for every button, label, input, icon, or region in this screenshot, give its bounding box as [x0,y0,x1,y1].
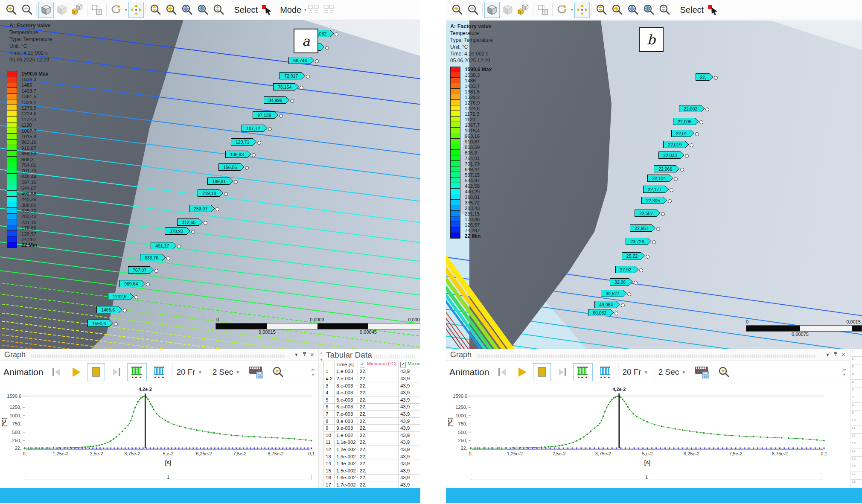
probe-label[interactable]: 84,996 [264,96,289,104]
probe-label[interactable]: 22, [696,73,713,81]
probe-label[interactable]: 123,71 [231,138,256,146]
probe-label[interactable]: 107,72 [242,125,267,132]
time-column-header[interactable]: Time [s] [335,361,358,368]
zoom-in-icon[interactable] [163,2,179,18]
step-first-button[interactable] [495,363,511,381]
history-forward-icon[interactable] [19,2,35,18]
table-row[interactable]: 151,5e-00222,43,9 [324,467,421,474]
probe-label[interactable]: 22,177 [643,186,669,193]
table-row[interactable]: 99,e-00322,43,9 [324,425,421,432]
close-icon[interactable]: ✕ [842,353,845,357]
probe-label[interactable]: 78,154 [273,83,299,90]
probe-label[interactable]: 22,033 [658,151,684,159]
table-row[interactable]: 141,4e-00222,43,9 [324,460,421,467]
probe-label[interactable]: 27,92 [615,266,638,273]
probe-label[interactable]: 138,83 [225,151,251,158]
probe-label[interactable]: 156,55 [218,163,244,171]
probe-label[interactable]: 22,066 [654,165,679,172]
table-row[interactable]: 77,e-00322,43,9 [324,411,421,418]
duration-dropdown[interactable]: 2 Sec▼ [655,363,690,381]
probe-label[interactable]: 22,507 [635,210,660,217]
zoom-fit-icon[interactable] [625,2,641,18]
viewport-layout-icon[interactable] [89,2,105,18]
timeline-time-steps-button[interactable] [596,363,615,381]
timeline-slider[interactable]: 1 [471,474,822,480]
history-back-icon[interactable] [449,2,465,18]
history-forward-icon[interactable] [465,2,481,18]
probe-label[interactable]: 22,005 [673,118,699,125]
viewport-layout-icon[interactable] [535,2,550,18]
timeline-slider[interactable]: 1 [25,474,312,480]
pan-icon[interactable] [574,2,590,18]
probe-label[interactable]: 189,81 [207,178,233,185]
select-cursor-icon[interactable] [260,2,275,18]
probe-label[interactable]: 22,305 [641,197,667,204]
probe-label[interactable]: 1202,6 [108,293,134,300]
section-views-icon[interactable] [70,2,85,18]
rotate-options-caret[interactable]: ▾ [125,8,127,12]
play-button[interactable] [68,363,84,381]
probe-label[interactable]: 39,527 [601,290,626,297]
maximum-column-header[interactable]: ✓Maximum [°C] [398,361,420,368]
probe-label[interactable]: 1590,6 [87,320,113,327]
shaded-view-icon[interactable] [500,2,515,18]
mode-caret-icon[interactable]: ▾ [304,8,306,12]
stop-button[interactable] [87,363,105,381]
select-label[interactable]: Select [680,5,704,15]
iso-view-icon[interactable] [38,2,54,18]
zoom-animation-button[interactable] [716,363,732,381]
probe-label[interactable]: 22,01 [671,130,694,137]
frames-dropdown[interactable]: 20 Fr▼ [172,363,205,381]
probe-label[interactable]: 22,019 [663,141,689,148]
viewport-3d[interactable]: A: Factory valveTemperatureType: Tempera… [446,20,862,349]
probe-label[interactable]: 491,17 [151,242,176,249]
history-back-icon[interactable] [3,2,19,18]
collapse-arrow-icon[interactable]: ▼ [294,353,299,357]
probe-label[interactable]: 219,18 [198,189,223,197]
rotate-icon[interactable] [554,2,570,18]
select-cursor-icon[interactable] [706,2,721,18]
checkbox-checked-icon[interactable]: ✓ [400,362,406,367]
table-row[interactable]: 171,7e-00222,43,9 [324,481,421,488]
table-row[interactable]: 131,3e-00222,43,9 [324,453,421,460]
timeline-time-steps-button[interactable] [150,363,169,381]
pin-icon[interactable] [303,352,306,358]
toolbar-overflow-chevrons[interactable]: ≫▾ [311,368,315,377]
select-label[interactable]: Select [234,5,258,15]
table-row[interactable]: 111,1e-00222,43,9 [324,439,421,446]
zoom-capture-icon[interactable] [641,2,656,18]
section-views-icon[interactable] [516,2,531,18]
zoom-capture-icon[interactable] [195,2,210,18]
step-first-button[interactable] [49,363,65,381]
rotate-icon[interactable] [108,2,124,18]
probe-label[interactable]: 97,139 [253,111,278,119]
play-button[interactable] [514,363,530,381]
zoom-extents2-icon[interactable] [657,2,672,18]
probe-label[interactable]: 1466,6 [96,306,122,313]
probe-label[interactable]: 378,92 [165,227,190,235]
probe-label[interactable]: 49,964 [594,301,620,308]
rotate-options-caret[interactable]: ▾ [571,8,573,12]
duration-dropdown[interactable]: 2 Sec▼ [209,363,244,381]
zoom-animation-button[interactable] [270,363,286,381]
step-last-button[interactable] [108,363,124,381]
export-video-button[interactable] [246,363,267,381]
zoom-extents-icon[interactable] [594,2,609,18]
collapse-arrow-icon[interactable]: ▼ [825,353,830,357]
checkbox-checked-icon[interactable]: ✓ [360,362,365,367]
zoom-extents-icon[interactable] [148,2,163,18]
table-row[interactable]: 121,2e-00222,43,9 [324,446,421,453]
export-video-button[interactable] [692,363,713,381]
frames-dropdown[interactable]: 20 Fr▼ [618,363,651,381]
iso-view-icon[interactable] [484,2,500,18]
mode-label[interactable]: Mode [280,5,301,15]
table-row[interactable]: 88,e-00322,43,9 [324,417,421,425]
pan-icon[interactable] [128,2,144,18]
table-row[interactable]: ►22,e-00322,43,9 [324,375,421,382]
shaded-view-icon[interactable] [54,2,70,18]
close-icon[interactable]: ✕ [310,353,314,357]
timeline-result-sets-button[interactable] [573,363,593,381]
viewport-3d[interactable]: A: Factory valveTemperatureType: Tempera… [0,20,420,349]
table-row[interactable]: 33,e-00322,43,9 [324,382,421,389]
step-last-button[interactable] [554,363,570,381]
